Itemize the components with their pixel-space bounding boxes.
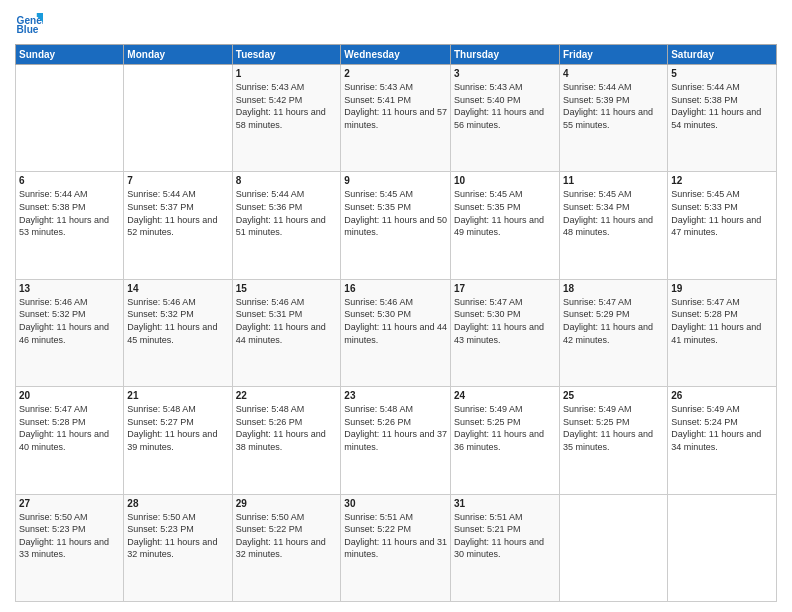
day-cell: 23Sunrise: 5:48 AMSunset: 5:26 PMDayligh… <box>341 387 451 494</box>
day-cell: 18Sunrise: 5:47 AMSunset: 5:29 PMDayligh… <box>559 279 667 386</box>
day-cell: 27Sunrise: 5:50 AMSunset: 5:23 PMDayligh… <box>16 494 124 601</box>
day-cell: 20Sunrise: 5:47 AMSunset: 5:28 PMDayligh… <box>16 387 124 494</box>
day-number: 17 <box>454 283 556 294</box>
day-detail: Sunrise: 5:44 AMSunset: 5:36 PMDaylight:… <box>236 188 338 238</box>
week-row-2: 6Sunrise: 5:44 AMSunset: 5:38 PMDaylight… <box>16 172 777 279</box>
day-number: 27 <box>19 498 120 509</box>
day-number: 5 <box>671 68 773 79</box>
day-detail: Sunrise: 5:46 AMSunset: 5:30 PMDaylight:… <box>344 296 447 346</box>
day-number: 4 <box>563 68 664 79</box>
day-cell <box>16 65 124 172</box>
day-cell: 22Sunrise: 5:48 AMSunset: 5:26 PMDayligh… <box>232 387 341 494</box>
day-number: 13 <box>19 283 120 294</box>
day-cell: 4Sunrise: 5:44 AMSunset: 5:39 PMDaylight… <box>559 65 667 172</box>
day-number: 30 <box>344 498 447 509</box>
day-detail: Sunrise: 5:45 AMSunset: 5:33 PMDaylight:… <box>671 188 773 238</box>
day-detail: Sunrise: 5:44 AMSunset: 5:37 PMDaylight:… <box>127 188 228 238</box>
weekday-header-row: SundayMondayTuesdayWednesdayThursdayFrid… <box>16 45 777 65</box>
week-row-5: 27Sunrise: 5:50 AMSunset: 5:23 PMDayligh… <box>16 494 777 601</box>
day-cell: 24Sunrise: 5:49 AMSunset: 5:25 PMDayligh… <box>450 387 559 494</box>
day-cell: 30Sunrise: 5:51 AMSunset: 5:22 PMDayligh… <box>341 494 451 601</box>
day-cell: 28Sunrise: 5:50 AMSunset: 5:23 PMDayligh… <box>124 494 232 601</box>
day-number: 1 <box>236 68 338 79</box>
day-detail: Sunrise: 5:43 AMSunset: 5:40 PMDaylight:… <box>454 81 556 131</box>
day-number: 31 <box>454 498 556 509</box>
day-detail: Sunrise: 5:43 AMSunset: 5:41 PMDaylight:… <box>344 81 447 131</box>
day-number: 8 <box>236 175 338 186</box>
day-cell: 3Sunrise: 5:43 AMSunset: 5:40 PMDaylight… <box>450 65 559 172</box>
day-detail: Sunrise: 5:50 AMSunset: 5:23 PMDaylight:… <box>19 511 120 561</box>
day-cell: 5Sunrise: 5:44 AMSunset: 5:38 PMDaylight… <box>668 65 777 172</box>
week-row-3: 13Sunrise: 5:46 AMSunset: 5:32 PMDayligh… <box>16 279 777 386</box>
day-cell: 1Sunrise: 5:43 AMSunset: 5:42 PMDaylight… <box>232 65 341 172</box>
day-number: 23 <box>344 390 447 401</box>
day-detail: Sunrise: 5:45 AMSunset: 5:35 PMDaylight:… <box>344 188 447 238</box>
day-cell <box>668 494 777 601</box>
day-number: 22 <box>236 390 338 401</box>
day-number: 28 <box>127 498 228 509</box>
day-number: 25 <box>563 390 664 401</box>
day-detail: Sunrise: 5:47 AMSunset: 5:28 PMDaylight:… <box>19 403 120 453</box>
weekday-sunday: Sunday <box>16 45 124 65</box>
day-number: 20 <box>19 390 120 401</box>
day-cell: 2Sunrise: 5:43 AMSunset: 5:41 PMDaylight… <box>341 65 451 172</box>
day-detail: Sunrise: 5:43 AMSunset: 5:42 PMDaylight:… <box>236 81 338 131</box>
day-number: 24 <box>454 390 556 401</box>
weekday-monday: Monday <box>124 45 232 65</box>
svg-text:Blue: Blue <box>17 24 39 35</box>
day-number: 7 <box>127 175 228 186</box>
day-detail: Sunrise: 5:48 AMSunset: 5:26 PMDaylight:… <box>236 403 338 453</box>
day-detail: Sunrise: 5:46 AMSunset: 5:32 PMDaylight:… <box>127 296 228 346</box>
day-number: 14 <box>127 283 228 294</box>
day-detail: Sunrise: 5:50 AMSunset: 5:22 PMDaylight:… <box>236 511 338 561</box>
day-detail: Sunrise: 5:48 AMSunset: 5:27 PMDaylight:… <box>127 403 228 453</box>
day-cell: 17Sunrise: 5:47 AMSunset: 5:30 PMDayligh… <box>450 279 559 386</box>
day-number: 11 <box>563 175 664 186</box>
day-cell: 31Sunrise: 5:51 AMSunset: 5:21 PMDayligh… <box>450 494 559 601</box>
day-number: 29 <box>236 498 338 509</box>
day-detail: Sunrise: 5:49 AMSunset: 5:24 PMDaylight:… <box>671 403 773 453</box>
day-number: 10 <box>454 175 556 186</box>
day-number: 18 <box>563 283 664 294</box>
day-number: 16 <box>344 283 447 294</box>
day-cell: 11Sunrise: 5:45 AMSunset: 5:34 PMDayligh… <box>559 172 667 279</box>
day-cell: 15Sunrise: 5:46 AMSunset: 5:31 PMDayligh… <box>232 279 341 386</box>
calendar-table: SundayMondayTuesdayWednesdayThursdayFrid… <box>15 44 777 602</box>
day-number: 15 <box>236 283 338 294</box>
day-cell: 9Sunrise: 5:45 AMSunset: 5:35 PMDaylight… <box>341 172 451 279</box>
day-cell: 29Sunrise: 5:50 AMSunset: 5:22 PMDayligh… <box>232 494 341 601</box>
day-cell: 21Sunrise: 5:48 AMSunset: 5:27 PMDayligh… <box>124 387 232 494</box>
day-detail: Sunrise: 5:46 AMSunset: 5:31 PMDaylight:… <box>236 296 338 346</box>
day-number: 2 <box>344 68 447 79</box>
day-detail: Sunrise: 5:48 AMSunset: 5:26 PMDaylight:… <box>344 403 447 453</box>
day-detail: Sunrise: 5:47 AMSunset: 5:28 PMDaylight:… <box>671 296 773 346</box>
day-cell: 10Sunrise: 5:45 AMSunset: 5:35 PMDayligh… <box>450 172 559 279</box>
day-detail: Sunrise: 5:51 AMSunset: 5:22 PMDaylight:… <box>344 511 447 561</box>
day-number: 3 <box>454 68 556 79</box>
day-cell: 12Sunrise: 5:45 AMSunset: 5:33 PMDayligh… <box>668 172 777 279</box>
day-cell: 25Sunrise: 5:49 AMSunset: 5:25 PMDayligh… <box>559 387 667 494</box>
day-number: 26 <box>671 390 773 401</box>
logo: General Blue <box>15 10 43 38</box>
day-cell: 19Sunrise: 5:47 AMSunset: 5:28 PMDayligh… <box>668 279 777 386</box>
day-detail: Sunrise: 5:47 AMSunset: 5:30 PMDaylight:… <box>454 296 556 346</box>
day-detail: Sunrise: 5:44 AMSunset: 5:38 PMDaylight:… <box>19 188 120 238</box>
day-number: 21 <box>127 390 228 401</box>
week-row-4: 20Sunrise: 5:47 AMSunset: 5:28 PMDayligh… <box>16 387 777 494</box>
day-number: 6 <box>19 175 120 186</box>
weekday-thursday: Thursday <box>450 45 559 65</box>
weekday-saturday: Saturday <box>668 45 777 65</box>
day-detail: Sunrise: 5:46 AMSunset: 5:32 PMDaylight:… <box>19 296 120 346</box>
day-cell: 13Sunrise: 5:46 AMSunset: 5:32 PMDayligh… <box>16 279 124 386</box>
day-cell <box>124 65 232 172</box>
day-number: 19 <box>671 283 773 294</box>
day-detail: Sunrise: 5:49 AMSunset: 5:25 PMDaylight:… <box>454 403 556 453</box>
day-detail: Sunrise: 5:44 AMSunset: 5:39 PMDaylight:… <box>563 81 664 131</box>
day-detail: Sunrise: 5:51 AMSunset: 5:21 PMDaylight:… <box>454 511 556 561</box>
day-cell: 8Sunrise: 5:44 AMSunset: 5:36 PMDaylight… <box>232 172 341 279</box>
day-cell: 26Sunrise: 5:49 AMSunset: 5:24 PMDayligh… <box>668 387 777 494</box>
day-detail: Sunrise: 5:47 AMSunset: 5:29 PMDaylight:… <box>563 296 664 346</box>
day-cell: 16Sunrise: 5:46 AMSunset: 5:30 PMDayligh… <box>341 279 451 386</box>
day-cell <box>559 494 667 601</box>
page-header: General Blue <box>15 10 777 38</box>
